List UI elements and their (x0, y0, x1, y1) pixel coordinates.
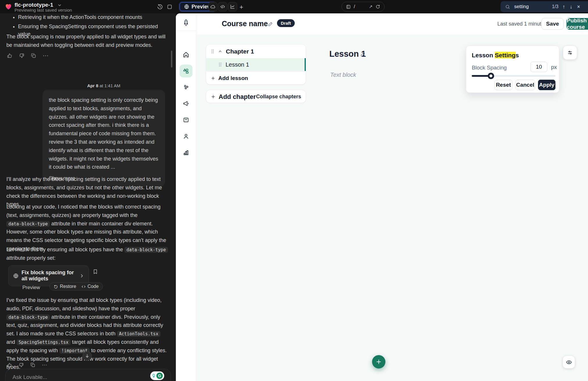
collapse-chapters-button[interactable]: Collapse chapters (256, 94, 301, 100)
add-chapter-card: Add chapter Collapse chapters (206, 90, 306, 103)
chat-input[interactable] (12, 374, 128, 381)
inline-code: SpacingSettings.tsx (17, 339, 71, 345)
url-bar[interactable]: / ↗ (342, 2, 385, 12)
text-segment: attribute properly set: (6, 255, 56, 261)
text-segment: I've fixed the issue by ensuring that al… (6, 297, 162, 311)
chat-scrollbar[interactable] (171, 51, 172, 67)
sidebar-item-marketing[interactable] (180, 97, 192, 110)
edit-course-name-icon[interactable] (268, 21, 273, 27)
divider (176, 31, 196, 31)
grammarly-badge[interactable]: G (150, 371, 164, 380)
chevron-up-icon[interactable] (218, 49, 222, 54)
app-sidebar (176, 13, 196, 381)
more-icon[interactable]: ⋯ (42, 362, 47, 368)
block-spacing-slider[interactable] (472, 75, 555, 77)
open-external-icon[interactable]: ↗ (369, 4, 373, 9)
course-title: Course name (222, 19, 268, 28)
project-name[interactable]: flc-prototype-1 (15, 2, 53, 8)
drag-handle-icon[interactable] (218, 62, 222, 67)
scroll-to-bottom-button[interactable] (83, 351, 92, 361)
add-tab-button[interactable]: + (240, 3, 243, 11)
find-previous-button[interactable]: ↑ (562, 4, 566, 10)
unit-label: px (551, 64, 557, 70)
text-block-placeholder[interactable]: Text block (330, 72, 356, 78)
settings-toggle-button[interactable] (563, 46, 577, 60)
sidebar-item-people[interactable] (180, 130, 192, 143)
inline-code: data-block-type (6, 314, 50, 320)
cancel-button[interactable]: Cancel (515, 80, 535, 90)
url-path: / (354, 4, 366, 10)
copy-icon[interactable] (31, 53, 36, 58)
globe-icon (184, 4, 189, 9)
version-actions-pill: Restore Code (49, 282, 103, 291)
slider-thumb[interactable] (488, 73, 494, 79)
copy-icon[interactable] (30, 362, 35, 368)
status-badge: Draft (277, 19, 295, 27)
code-view-button[interactable] (218, 2, 227, 11)
save-button[interactable]: Save (541, 18, 564, 30)
find-close-button[interactable]: × (576, 4, 581, 10)
eye-icon (566, 359, 572, 365)
code-label: Code (87, 284, 99, 289)
add-chapter-label: Add chapter (219, 93, 256, 101)
more-icon[interactable]: ⋯ (43, 53, 49, 58)
text-segment: Let me fix this by ensuring all block ty… (6, 247, 124, 252)
rocket-logo-icon[interactable] (180, 16, 192, 29)
code-button[interactable]: Code (81, 284, 99, 289)
chevron-right-icon[interactable] (80, 274, 84, 278)
sidebar-item-content[interactable] (180, 65, 192, 77)
find-match-highlight: Setting (495, 52, 515, 58)
refresh-icon[interactable] (376, 4, 380, 9)
sidebar-item-community[interactable] (180, 81, 192, 94)
title-segment: Lesson (472, 52, 495, 58)
message-timestamp: Apr 8 at 1:41 AM (42, 83, 165, 88)
thumbs-up-icon[interactable] (7, 53, 12, 58)
add-block-button[interactable] (372, 355, 385, 368)
drag-handle-icon[interactable] (211, 49, 215, 54)
apply-button[interactable]: Apply (538, 80, 555, 90)
publish-course-button[interactable]: Publish course (566, 18, 588, 30)
thumbs-down-icon[interactable] (19, 362, 24, 368)
text-segment: Looking at your code, I noticed that the… (6, 204, 160, 218)
reset-button[interactable]: Reset (494, 80, 512, 90)
lovable-logo-icon[interactable] (4, 2, 12, 10)
sidebar-item-analytics[interactable] (180, 146, 192, 159)
assistant-paragraph: The block spacing is now properly applie… (6, 33, 168, 49)
message-actions: ⋯ (7, 53, 49, 58)
find-input[interactable] (514, 3, 548, 10)
bookmark-icon[interactable] (92, 269, 98, 275)
find-next-button[interactable]: ↓ (569, 4, 573, 10)
add-lesson-row[interactable]: Add lesson (206, 71, 306, 85)
line-chart-icon (230, 4, 235, 9)
inline-code: data-block-type (6, 221, 50, 227)
sliders-icon (567, 50, 573, 56)
text-segment: and (6, 339, 17, 345)
cloud-button[interactable] (208, 2, 217, 11)
app-preview: Course name Draft Last saved 1 minute ag… (176, 13, 588, 381)
edit-lesson-title-icon[interactable] (360, 51, 366, 57)
thumbs-down-icon[interactable] (19, 53, 24, 58)
history-icon[interactable] (157, 4, 163, 10)
sidebar-item-home[interactable] (180, 48, 192, 61)
preview-eye-button[interactable] (563, 356, 575, 368)
plus-icon (211, 76, 215, 81)
block-spacing-input[interactable] (530, 62, 547, 72)
lesson-row[interactable]: Lesson 1 (206, 58, 306, 71)
chapter-card: Chapter 1 Lesson 1 Add lesson (206, 44, 306, 85)
restore-button[interactable]: Restore (54, 284, 76, 289)
grammarly-g-icon: G (156, 373, 163, 379)
restore-label: Restore (60, 284, 76, 289)
add-chapter-button[interactable]: Add chapter (211, 93, 256, 101)
chapter-header-row[interactable]: Chapter 1 (206, 44, 306, 58)
cloud-icon (210, 4, 215, 9)
analytics-button[interactable] (228, 2, 237, 11)
selected-indicator (305, 58, 306, 71)
sidebar-item-store[interactable] (180, 113, 192, 126)
code-icon (81, 284, 86, 289)
panel-icon[interactable] (167, 4, 172, 10)
thumbs-up-icon[interactable] (7, 362, 12, 368)
chevron-down-icon[interactable] (57, 3, 62, 8)
inline-code: data-block-type (124, 247, 168, 253)
user-message-text: the block spacing setting is only correc… (49, 96, 159, 171)
pages-icon (346, 4, 351, 9)
